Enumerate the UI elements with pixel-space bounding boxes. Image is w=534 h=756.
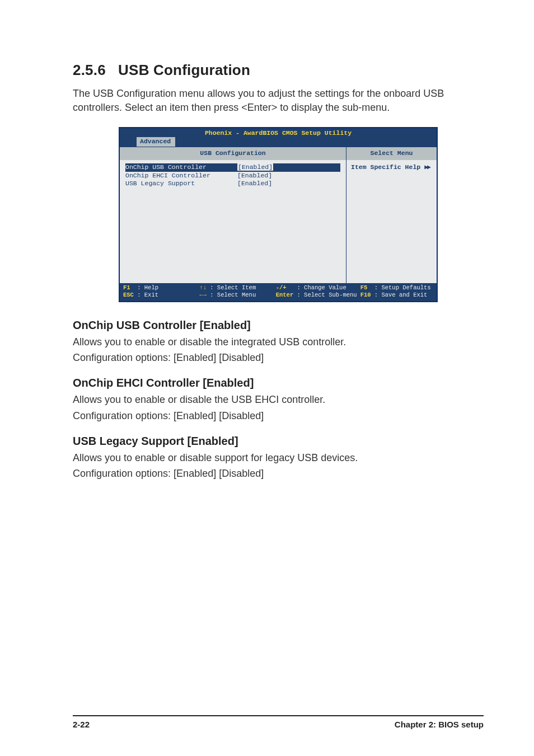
bios-key-label: : Change Value — [297, 284, 346, 291]
bios-side-pane: Item Specific Help ▶▶ — [346, 160, 437, 283]
bios-row-label: USB Legacy Support — [125, 180, 237, 188]
page-number: 2-22 — [73, 720, 90, 729]
bios-key-f5: F5 — [360, 284, 368, 291]
bios-key-esc: ESC — [123, 292, 134, 298]
bios-footer-col4: F5 : Setup Defaults F10 : Save and Exit — [360, 284, 433, 299]
bios-footer-col2: ↑↓ : Select Item ←→ : Select Menu — [199, 284, 272, 299]
bios-footer-col1: F1 : Help ESC : Exit — [123, 284, 196, 299]
bios-key-label: : Save and Exit — [374, 292, 428, 298]
bios-screenshot: Phoenix - AwardBIOS CMOS Setup Utility A… — [119, 127, 438, 302]
bios-row-value-text: [Enabled] — [237, 163, 273, 171]
bios-key-f1: F1 — [123, 284, 130, 291]
bios-row-legacy-support[interactable]: USB Legacy Support [Enabled] — [125, 180, 340, 188]
bios-key-leftright: ←→ — [199, 292, 207, 298]
bios-help-line: Item Specific Help ▶▶ — [351, 163, 432, 172]
chapter-label: Chapter 2: BIOS setup — [395, 720, 484, 729]
page-footer: 2-22 Chapter 2: BIOS setup — [73, 715, 484, 729]
bios-body: OnChip USB Controller [Enabled] OnChip E… — [120, 160, 437, 283]
option-desc: Allows you to enable or disable the inte… — [73, 335, 484, 349]
bios-row-ehci-controller[interactable]: OnChip EHCI Controller [Enabled] — [125, 172, 340, 180]
bios-row-value: [Enabled] — [237, 172, 340, 180]
bios-header-row: USB Configuration Select Menu — [120, 147, 437, 160]
bios-tab-row: Advanced — [120, 137, 437, 147]
bios-key-plusminus: -/+ — [276, 284, 287, 291]
page-footer-row: 2-22 Chapter 2: BIOS setup — [73, 715, 484, 729]
option-heading-ehci-controller: OnChip EHCI Controller [Enabled] — [73, 377, 484, 389]
page: 2.5.6 USB Configuration The USB Configur… — [0, 0, 534, 756]
bios-row-usb-controller[interactable]: OnChip USB Controller [Enabled] — [125, 163, 340, 172]
bios-title: Phoenix - AwardBIOS CMOS Setup Utility — [120, 128, 437, 138]
bios-key-updown: ↑↓ — [199, 284, 207, 291]
option-config-options: Configuration options: [Enabled] [Disabl… — [73, 351, 484, 364]
option-desc: Allows you to enable or disable support … — [73, 451, 484, 464]
bios-key-label: : Select Sub-menu — [297, 292, 357, 298]
bios-footer-col3: -/+ : Change Value Enter : Select Sub-me… — [276, 284, 357, 299]
bios-tab-gap — [131, 138, 137, 146]
bios-main-pane: OnChip USB Controller [Enabled] OnChip E… — [120, 160, 346, 283]
option-desc: Allows you to enable or disable the USB … — [73, 393, 484, 406]
section-number: 2.5.6 — [73, 62, 106, 78]
bios-header-main: USB Configuration — [120, 147, 346, 160]
option-heading-legacy-support: USB Legacy Support [Enabled] — [73, 435, 484, 448]
section-intro: The USB Configuration menu allows you to… — [73, 87, 484, 115]
section-heading: 2.5.6 USB Configuration — [73, 62, 484, 79]
option-heading-usb-controller: OnChip USB Controller [Enabled] — [73, 319, 484, 332]
bios-key-enter: Enter — [276, 292, 294, 298]
bios-key-f10: F10 — [360, 292, 371, 298]
bios-key-label: : Exit — [137, 292, 158, 298]
bios-key-label: : Help — [137, 284, 158, 291]
bios-row-label: OnChip USB Controller — [125, 163, 237, 172]
bios-key-label: : Setup Defaults — [374, 284, 431, 291]
bios-header-side: Select Menu — [346, 147, 437, 160]
double-arrow-icon: ▶▶ — [424, 163, 430, 171]
bios-key-label: : Select Item — [210, 284, 256, 291]
bios-row-label: OnChip EHCI Controller — [125, 172, 237, 180]
bios-footer: F1 : Help ESC : Exit ↑↓ : Select Item ←→… — [120, 283, 437, 301]
bios-row-value: [Enabled] — [237, 163, 340, 172]
bios-row-value: [Enabled] — [237, 180, 340, 188]
option-config-options: Configuration options: [Enabled] [Disabl… — [73, 467, 484, 480]
bios-key-label: : Select Menu — [210, 292, 256, 298]
bios-tab-advanced[interactable]: Advanced — [137, 137, 176, 147]
section-title-text: USB Configuration — [118, 62, 250, 78]
option-config-options: Configuration options: [Enabled] [Disabl… — [73, 409, 484, 422]
bios-help-text: Item Specific Help — [351, 163, 420, 171]
